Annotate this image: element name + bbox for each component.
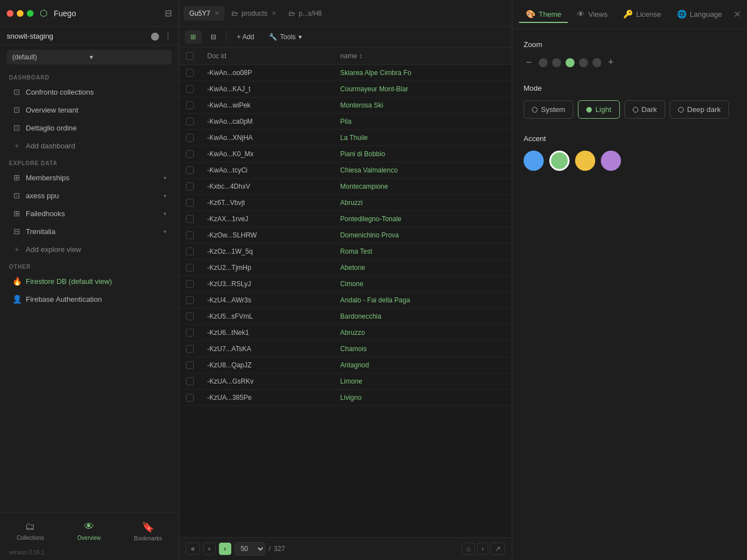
env-selector[interactable]: (default) ▾ bbox=[7, 50, 172, 64]
zoom-dot-4[interactable] bbox=[579, 58, 588, 67]
row-checkbox[interactable] bbox=[186, 377, 194, 385]
close-window-btn[interactable] bbox=[7, 10, 13, 17]
table-row[interactable]: -KwAo...K0_Mx Piani di Bobbio bbox=[179, 146, 512, 162]
zoom-dot-3[interactable] bbox=[566, 58, 575, 67]
table-row[interactable]: -KwAn...oo08P Skiarea Alpe Cimbra Fo bbox=[179, 65, 512, 81]
panel-close-btn[interactable]: ✕ bbox=[731, 7, 743, 22]
tab-products[interactable]: 🗁 products ✕ bbox=[226, 6, 282, 21]
view-grid-btn[interactable]: ⊞ bbox=[185, 30, 202, 44]
accent-green[interactable] bbox=[549, 151, 569, 171]
workspace-menu-icon[interactable]: ⋮ bbox=[164, 31, 172, 40]
table-row[interactable]: -KwAo...wiPek Monterosa Ski bbox=[179, 97, 512, 114]
accent-purple[interactable] bbox=[601, 151, 621, 171]
sidebar-item-firestore[interactable]: 🔥 Firestore DB (default view) bbox=[3, 273, 175, 290]
tab-gu5y7-close-icon[interactable]: ✕ bbox=[214, 10, 219, 16]
table-row[interactable]: -KzAX...1rveJ Pontedilegno-Tonale bbox=[179, 211, 512, 227]
row-checkbox[interactable] bbox=[186, 150, 194, 158]
row-checkbox[interactable] bbox=[186, 199, 194, 207]
row-checkbox[interactable] bbox=[186, 69, 194, 77]
table-row[interactable]: -KzOz...1W_5q Roma Test bbox=[179, 244, 512, 260]
workspace-status-icon[interactable]: ⬤ bbox=[151, 31, 160, 40]
mode-btn-dark[interactable]: Dark bbox=[624, 100, 665, 119]
table-row[interactable]: -KwAo...XNjHA La Thuile bbox=[179, 130, 512, 146]
mode-btn-light[interactable]: Light bbox=[578, 100, 619, 119]
zoom-dot-5[interactable] bbox=[592, 58, 601, 67]
row-checkbox[interactable] bbox=[186, 248, 194, 255]
row-checkbox[interactable] bbox=[186, 345, 194, 353]
sidebar-item-add-dashboard[interactable]: + Add dashboard bbox=[3, 137, 175, 154]
tab-products-close-icon[interactable]: ✕ bbox=[272, 10, 276, 16]
table-row[interactable]: -KzU2...TjmHp Abetone bbox=[179, 260, 512, 276]
tools-btn[interactable]: 🔧 Tools ▾ bbox=[263, 30, 307, 44]
add-btn[interactable]: + Add bbox=[231, 30, 260, 44]
next-section-btn[interactable]: › bbox=[477, 543, 488, 555]
sidebar-item-firebase-auth[interactable]: 👤 Firebase Authentication bbox=[3, 291, 175, 307]
nav-item-overview[interactable]: 👁 Overview bbox=[71, 517, 108, 545]
sidebar-item-failedhooks[interactable]: ⊞ Failedhooks ▾ bbox=[3, 205, 175, 222]
row-checkbox[interactable] bbox=[186, 280, 194, 288]
sidebar-item-memberships[interactable]: ⊞ Memberships ▾ bbox=[3, 169, 175, 186]
minimize-window-btn[interactable] bbox=[17, 10, 24, 17]
accent-yellow[interactable] bbox=[575, 151, 595, 171]
next-page-btn[interactable]: › bbox=[219, 543, 231, 555]
col-name[interactable]: name ↕ bbox=[334, 48, 512, 65]
tab-gu5y7[interactable]: Gu5Y7 ✕ bbox=[184, 6, 225, 21]
zoom-plus-btn[interactable]: + bbox=[606, 57, 617, 68]
nav-item-bookmarks[interactable]: 🔖 Bookmarks bbox=[127, 517, 169, 545]
row-checkbox[interactable] bbox=[186, 166, 194, 174]
row-checkbox[interactable] bbox=[186, 312, 194, 320]
select-all-checkbox[interactable] bbox=[186, 52, 194, 60]
row-checkbox[interactable] bbox=[186, 231, 194, 239]
row-checkbox[interactable] bbox=[186, 134, 194, 142]
sidebar-item-trenitalia[interactable]: ⊟ Trenitalia ▾ bbox=[3, 223, 175, 240]
col-doc-id[interactable]: Doc id bbox=[200, 48, 334, 65]
mode-btn-system[interactable]: System bbox=[524, 100, 573, 119]
row-checkbox[interactable] bbox=[186, 101, 194, 109]
zoom-dot-1[interactable] bbox=[539, 58, 548, 67]
table-row[interactable]: -KwAo...KAJ_t Courmayeur Mont-Blar bbox=[179, 81, 512, 97]
first-page-btn[interactable]: « bbox=[186, 543, 200, 555]
table-row[interactable]: -KwAo...ca0pM Pila bbox=[179, 114, 512, 130]
table-row[interactable]: -Kz6T...Vbvjt Abruzzi bbox=[179, 195, 512, 211]
view-schema-btn[interactable]: ⊟ bbox=[205, 30, 222, 44]
sidebar-item-add-explore[interactable]: + Add explore view bbox=[3, 241, 175, 258]
row-checkbox[interactable] bbox=[186, 394, 194, 402]
per-page-select[interactable]: 10 25 50 100 bbox=[235, 542, 265, 556]
table-row[interactable]: -KzUA...385Pe Livigno bbox=[179, 390, 512, 406]
sidebar-item-axess[interactable]: ⊡ axess ppu ▾ bbox=[3, 187, 175, 204]
maximize-window-btn[interactable] bbox=[27, 10, 34, 17]
row-checkbox[interactable] bbox=[186, 296, 194, 304]
table-row[interactable]: -KzU6...tNek1 Abruzzo bbox=[179, 325, 512, 341]
sidebar-item-overview-tenant[interactable]: ⊡ Overview tenant bbox=[3, 101, 175, 118]
nav-item-collections[interactable]: 🗂 Collections bbox=[10, 517, 51, 545]
zoom-minus-btn[interactable]: − bbox=[524, 57, 534, 68]
table-row[interactable]: -KzU7...ATsKA Chamois bbox=[179, 341, 512, 357]
panel-tab-license[interactable]: 🔑 License bbox=[617, 6, 668, 23]
row-checkbox[interactable] bbox=[186, 183, 194, 190]
accent-blue[interactable] bbox=[524, 151, 544, 171]
table-row[interactable]: -Kxbc...4DhxV Montecampione bbox=[179, 179, 512, 195]
row-checkbox[interactable] bbox=[186, 85, 194, 93]
row-checkbox[interactable] bbox=[186, 264, 194, 272]
table-row[interactable]: -KzU8...QapJZ Antagnod bbox=[179, 357, 512, 374]
sidebar-toggle-btn[interactable]: ⊟ bbox=[165, 8, 172, 18]
table-row[interactable]: -KzU5...sFVmL Bardonecchia bbox=[179, 309, 512, 325]
panel-tab-language[interactable]: 🌐 Language bbox=[670, 6, 729, 23]
prev-page-btn[interactable]: ‹ bbox=[203, 543, 216, 555]
home-page-btn[interactable]: ⌂ bbox=[462, 543, 475, 555]
zoom-dot-2[interactable] bbox=[552, 58, 561, 67]
export-btn[interactable]: ↗ bbox=[491, 543, 505, 555]
panel-tab-theme[interactable]: 🎨 Theme bbox=[519, 6, 568, 23]
table-row[interactable]: -KzU4...AWr3s Andalo - Fai della Paga bbox=[179, 292, 512, 309]
row-checkbox[interactable] bbox=[186, 215, 194, 223]
row-checkbox[interactable] bbox=[186, 361, 194, 369]
tab-ps-h8[interactable]: 🗁 p...s/H8 bbox=[283, 6, 327, 21]
sidebar-item-dettaglio[interactable]: ⊡ Dettaglio ordine bbox=[3, 119, 175, 136]
table-row[interactable]: -KzOw...SLHRW Domenichino Prova bbox=[179, 227, 512, 244]
panel-tab-views[interactable]: 👁 Views bbox=[570, 6, 614, 23]
row-checkbox[interactable] bbox=[186, 329, 194, 337]
table-row[interactable]: -KzU3...RSLyJ Cimone bbox=[179, 276, 512, 292]
sidebar-item-confronto[interactable]: ⊡ Confronto collections bbox=[3, 83, 175, 100]
table-row[interactable]: -KzUA...GsRKv Limone bbox=[179, 374, 512, 390]
mode-btn-deep-dark[interactable]: Deep dark bbox=[670, 100, 729, 119]
